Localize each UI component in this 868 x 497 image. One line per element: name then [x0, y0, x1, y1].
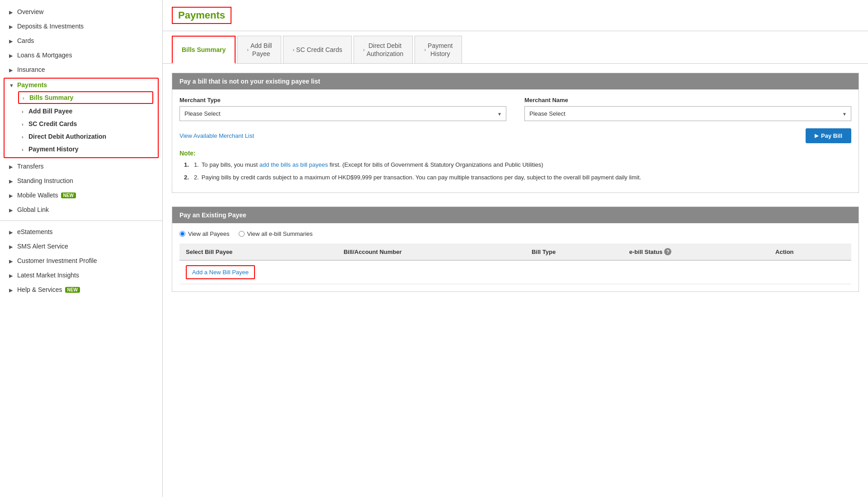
note-text: Paying bills by credit cards subject to … [202, 173, 641, 182]
sidebar-payments-label: Payments [17, 81, 47, 89]
sub-item-label: Bills Summary [29, 94, 73, 101]
notes-container: Note: 1. To pay bills, you must add the … [179, 150, 851, 182]
merchant-name-label: Merchant Name [524, 97, 851, 103]
chevron-icon: › [363, 47, 365, 53]
radio-all-payees-input[interactable] [179, 231, 185, 237]
tab-label: PaymentHistory [428, 42, 453, 58]
tab-label: Direct DebitAuthorization [367, 42, 404, 58]
tab-bills-summary[interactable]: Bills Summary [172, 36, 236, 64]
sidebar-label: eStatements [17, 228, 53, 235]
merchant-type-select[interactable]: Please Select [179, 106, 506, 121]
th-bill-type: Bill Type [525, 244, 623, 260]
arrow-icon: ▶ [9, 9, 14, 14]
sidebar-label: SMS Alert Service [17, 243, 68, 250]
arrow-icon: ▼ [9, 83, 14, 87]
add-new-bill-payee-link[interactable]: Add a New Bill Payee [186, 265, 255, 279]
tab-label: SC Credit Cards [296, 46, 342, 54]
existing-payee-header: Pay an Existing Payee [172, 207, 859, 223]
sidebar-item-overview[interactable]: ▶ Overview [0, 5, 162, 19]
sidebar-item-global-link[interactable]: ▶ Global Link [0, 202, 162, 217]
note-item-1: 1. To pay bills, you must add the bills … [184, 160, 851, 169]
arrow-icon: ▶ [9, 230, 14, 234]
sidebar-item-customer-investment[interactable]: ▶ Customer Investment Profile [0, 253, 162, 268]
arrow-icon: ▶ [9, 244, 14, 248]
note-number: 1. [194, 160, 199, 169]
sidebar-sub-item-bills-summary[interactable]: › Bills Summary [18, 91, 153, 104]
radio-ebill-input[interactable] [239, 231, 245, 237]
tab-payment-history[interactable]: › PaymentHistory [415, 36, 462, 63]
sidebar-item-insurance[interactable]: ▶ Insurance [0, 62, 162, 77]
pay-bill-body: Merchant Type Please Select Merchant Nam… [172, 89, 859, 192]
pay-bill-header: Pay a bill that is not on your existing … [172, 73, 859, 89]
sidebar-sub-item-direct-debit[interactable]: › Direct Debit Authorization [18, 131, 153, 142]
arrow-icon: ▶ [9, 207, 14, 212]
sidebar-sub-item-payment-history[interactable]: › Payment History [18, 144, 153, 155]
table-head: Select Bill Payee Bill/Account Number Bi… [179, 244, 851, 260]
main-content: Payments Bills Summary › Add BillPayee ›… [163, 0, 868, 497]
arrow-icon: › [22, 134, 26, 139]
sidebar-item-payments[interactable]: ▼ Payments › Bills Summary › Add Bill Pa… [4, 78, 159, 158]
new-badge: NEW [65, 287, 80, 293]
arrow-icon: › [22, 147, 26, 151]
sidebar-label: Customer Investment Profile [17, 257, 97, 264]
arrow-icon: ▶ [815, 133, 818, 139]
sidebar-sub-item-sc-credit-cards[interactable]: › SC Credit Cards [18, 118, 153, 129]
sub-item-label: Add Bill Payee [28, 108, 72, 115]
radio-view-ebill[interactable]: View all e-bill Summaries [239, 230, 313, 237]
sidebar-item-cards[interactable]: ▶ Cards [0, 33, 162, 48]
sub-item-label: SC Credit Cards [28, 120, 77, 127]
pay-bill-label: Pay Bill [821, 132, 842, 139]
form-row: Merchant Type Please Select Merchant Nam… [179, 97, 851, 121]
sidebar-sub-item-add-bill-payee[interactable]: › Add Bill Payee [18, 106, 153, 117]
sidebar-label: Latest Market Insights [17, 272, 79, 279]
add-bills-link[interactable]: add the bills as bill payees [259, 161, 328, 168]
tabs-bar: Bills Summary › Add BillPayee › SC Credi… [163, 31, 868, 64]
arrow-icon: ▶ [9, 24, 14, 28]
sidebar-item-transfers[interactable]: ▶ Transfers [0, 159, 162, 173]
arrow-icon: › [22, 109, 26, 113]
merchant-name-group: Merchant Name Please Select [524, 97, 851, 121]
sidebar-label: Mobile Wallets [17, 192, 58, 199]
arrow-icon: › [22, 122, 26, 126]
existing-payee-section: Pay an Existing Payee View all Payees Vi… [172, 206, 859, 292]
arrow-icon: ▶ [9, 273, 14, 277]
pay-bill-section: Pay a bill that is not on your existing … [172, 73, 859, 193]
note-list: 1. To pay bills, you must add the bills … [179, 160, 851, 182]
tab-add-bill-payee[interactable]: › Add BillPayee [237, 36, 281, 63]
tab-direct-debit[interactable]: › Direct DebitAuthorization [354, 36, 413, 63]
sidebar-label: Help & Services [17, 286, 62, 293]
tab-sc-credit-cards[interactable]: › SC Credit Cards [283, 36, 352, 63]
arrow-icon: ▶ [9, 178, 14, 183]
sidebar-item-loans[interactable]: ▶ Loans & Mortgages [0, 48, 162, 62]
sidebar-label: Deposits & Investments [17, 23, 84, 30]
radio-label: View all Payees [188, 230, 230, 237]
arrow-icon: ▶ [9, 53, 14, 57]
chevron-icon: › [424, 47, 426, 53]
sidebar-item-estatements[interactable]: ▶ eStatements [0, 225, 162, 239]
sidebar-item-latest-market[interactable]: ▶ Latest Market Insights [0, 268, 162, 282]
arrow-icon: ▶ [9, 38, 14, 43]
arrow-icon: ▶ [9, 258, 14, 263]
sub-item-label: Direct Debit Authorization [28, 133, 106, 140]
sidebar-item-mobile-wallets[interactable]: ▶ Mobile Wallets NEW [0, 188, 162, 202]
merchant-name-select[interactable]: Please Select [524, 106, 851, 121]
th-action: Action [769, 244, 851, 260]
page-header: Payments [163, 0, 868, 31]
th-select-bill-payee: Select Bill Payee [179, 244, 337, 260]
pay-bill-button[interactable]: ▶ Pay Bill [806, 128, 851, 143]
sidebar-item-help-services[interactable]: ▶ Help & Services NEW [0, 282, 162, 297]
sidebar-item-sms-alert[interactable]: ▶ SMS Alert Service [0, 239, 162, 253]
tab-label: Bills Summary [182, 46, 226, 54]
sidebar-divider [0, 220, 162, 221]
links-row: View Available Merchant List ▶ Pay Bill [179, 128, 851, 143]
view-merchant-link[interactable]: View Available Merchant List [179, 132, 254, 139]
sidebar-label: Loans & Mortgages [17, 52, 72, 59]
payments-submenu: › Bills Summary › Add Bill Payee › SC Cr… [9, 91, 153, 155]
help-icon[interactable]: ? [664, 248, 671, 255]
sidebar-item-standing-instruction[interactable]: ▶ Standing Instruction [0, 173, 162, 188]
sidebar-label: Overview [17, 8, 43, 15]
note-label: Note: [179, 150, 851, 157]
note-text: To pay bills, you must add the bills as … [202, 160, 543, 169]
radio-view-all-payees[interactable]: View all Payees [179, 230, 230, 237]
sidebar-item-deposits[interactable]: ▶ Deposits & Investments [0, 19, 162, 33]
